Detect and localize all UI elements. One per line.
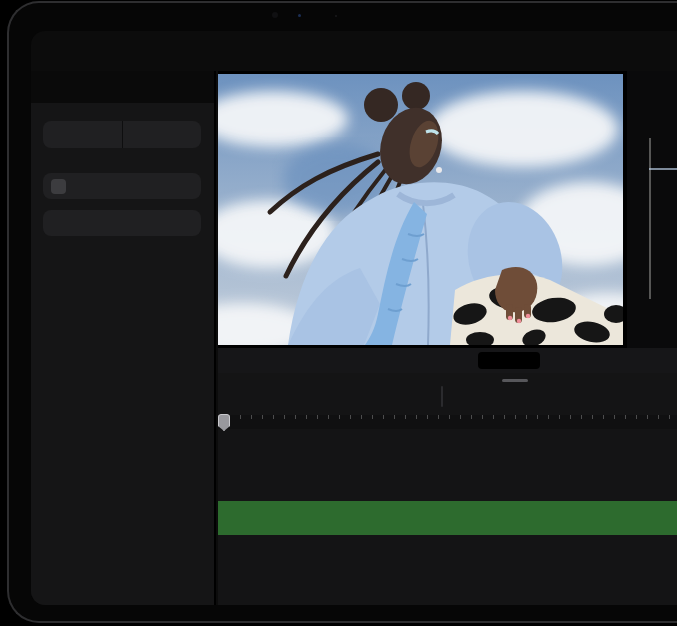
panel-body[interactable] [31,103,212,605]
enhance-light-color-button[interactable] [43,210,201,236]
ipad-device-bezel [7,1,677,623]
magic-wand-icon [53,217,66,230]
audio-track[interactable] [218,501,677,535]
panel-drag-handle[interactable] [502,379,528,382]
main-area [218,71,677,605]
panel-header [31,71,214,103]
viewer [218,71,677,348]
add-mask-button[interactable] [43,173,201,199]
transport-bar [218,348,677,373]
play-icon[interactable] [259,352,276,369]
color-adjustments-panel [31,71,216,605]
timeline-ruler[interactable] [218,415,677,429]
audio-waveform [218,501,677,535]
video-track [218,458,677,498]
panel-back-chevron-icon[interactable] [47,80,61,94]
status-bar [31,31,677,51]
scope-waveform [649,71,677,348]
sensor-dot [335,15,337,17]
light-section-header [43,256,201,274]
reset-icon [152,128,165,141]
eye-off-icon [73,128,86,141]
plus-icon [51,179,66,194]
auto-enhance-icon[interactable] [151,257,165,271]
skip-forward-icon[interactable] [286,354,299,367]
rgb-overlay-scope [625,71,677,348]
timecode-display [478,352,540,369]
camera-lens-glint [298,14,301,17]
timeline-panel [218,373,677,605]
collapse-chevron-icon[interactable] [182,258,195,271]
front-camera [272,12,278,18]
app-screen [31,31,677,605]
masks-section-label [45,158,199,168]
edit-mode-segmented-control [441,386,443,407]
video-preview[interactable] [218,74,623,345]
skip-back-icon[interactable] [234,354,247,367]
disable-button[interactable] [43,121,122,148]
video-frame-art [218,74,623,345]
disable-reset-group [43,121,201,148]
reset-button[interactable] [122,121,202,148]
screenshot-stage [0,0,677,626]
